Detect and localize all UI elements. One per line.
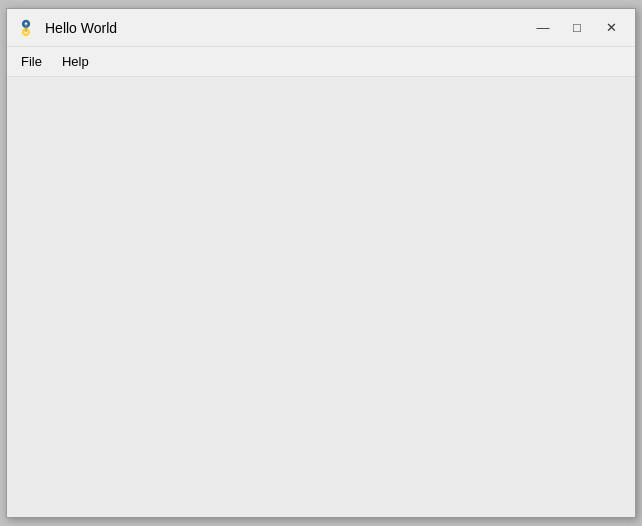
- title-bar-left: Hello World: [15, 17, 117, 39]
- minimize-button[interactable]: —: [527, 16, 559, 40]
- window-controls: — □ ✕: [527, 16, 627, 40]
- menu-item-file[interactable]: File: [11, 50, 52, 73]
- window-title: Hello World: [45, 20, 117, 36]
- app-logo-icon: [15, 17, 37, 39]
- maximize-button[interactable]: □: [561, 16, 593, 40]
- menu-bar: File Help: [7, 47, 635, 77]
- title-bar: Hello World — □ ✕: [7, 9, 635, 47]
- menu-item-help[interactable]: Help: [52, 50, 99, 73]
- content-area: [7, 77, 635, 517]
- app-icon: [15, 17, 37, 39]
- main-window: Hello World — □ ✕ File Help: [6, 8, 636, 518]
- close-button[interactable]: ✕: [595, 16, 627, 40]
